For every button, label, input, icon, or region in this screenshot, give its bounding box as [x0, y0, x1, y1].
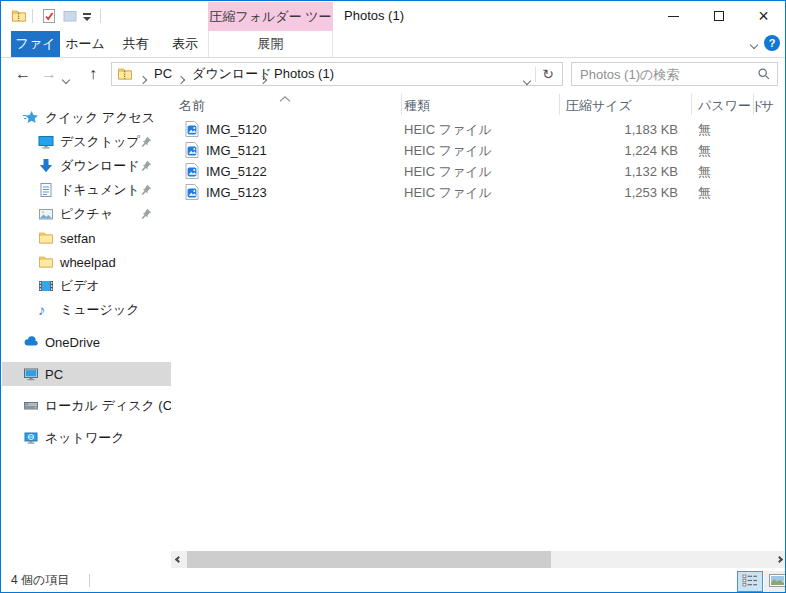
zip-folder-icon	[117, 66, 133, 82]
heic-file-icon	[185, 142, 199, 158]
column-divider[interactable]	[559, 94, 560, 115]
scroll-left-button[interactable]	[171, 551, 186, 568]
forward-arrow-icon	[41, 65, 57, 83]
sidebar-item-documents[interactable]: ドキュメント	[2, 178, 171, 202]
horizontal-scrollbar[interactable]	[171, 551, 786, 568]
breadcrumb-segment-pc[interactable]: PC	[154, 63, 172, 85]
file-type: HEIC ファイル	[404, 119, 492, 140]
sidebar-item-label: PC	[45, 367, 63, 382]
toolbar-separator	[32, 9, 33, 23]
address-bar[interactable]: PC ダウンロード Photos (1)	[111, 62, 563, 86]
pin-icon	[140, 208, 152, 220]
file-compressed-size: 1,183 KB	[556, 119, 678, 140]
column-header-password[interactable]: パスワード	[698, 97, 764, 115]
scrollbar-thumb[interactable]	[187, 551, 551, 568]
file-password: 無	[698, 182, 711, 203]
scroll-right-button[interactable]	[772, 551, 786, 568]
column-divider[interactable]	[691, 94, 692, 115]
help-button[interactable]	[764, 35, 780, 51]
toolbar-separator	[100, 9, 101, 23]
videos-film-icon	[38, 278, 54, 294]
sidebar-item-music[interactable]: ミュージック	[2, 298, 171, 322]
column-header-type[interactable]: 種類	[404, 97, 430, 115]
folder-icon	[38, 230, 54, 246]
sidebar-item-label: ネットワーク	[45, 429, 125, 447]
file-compressed-size: 1,224 KB	[556, 140, 678, 161]
sidebar-item-onedrive[interactable]: OneDrive	[2, 330, 171, 354]
address-dropdown-button[interactable]	[524, 72, 530, 87]
minimize-ribbon-button[interactable]	[745, 37, 763, 53]
column-divider[interactable]	[753, 94, 754, 115]
sidebar-item-local-disk-c[interactable]: ローカル ディスク (C:)	[2, 394, 171, 418]
close-button[interactable]	[741, 2, 786, 30]
breadcrumb-chevron-icon[interactable]	[140, 71, 146, 86]
tab-home[interactable]: ホーム	[60, 31, 110, 57]
up-button[interactable]	[82, 63, 104, 85]
sidebar-item-pc[interactable]: PC	[2, 362, 171, 386]
sidebar-item-pictures[interactable]: ピクチャ	[2, 202, 171, 226]
breadcrumb-segment-current[interactable]: Photos (1)	[274, 63, 334, 85]
tab-file[interactable]: ファイル	[11, 31, 60, 57]
title-bar: 圧縮フォルダー ツール Photos (1)	[1, 1, 785, 31]
pin-icon	[140, 184, 152, 196]
onedrive-cloud-icon	[23, 334, 39, 350]
tab-extract-contextual[interactable]: 展開	[208, 31, 333, 57]
pin-icon	[140, 136, 152, 148]
back-arrow-icon	[15, 65, 31, 83]
breadcrumb-chevron-icon[interactable]	[178, 71, 184, 86]
sidebar-item-desktop[interactable]: デスクトップ	[2, 130, 171, 154]
refresh-button[interactable]	[538, 63, 558, 85]
sidebar-item-setfan[interactable]: setfan	[2, 226, 171, 250]
tab-share[interactable]: 共有	[111, 31, 160, 57]
ribbon-tab-row: ファイル ホーム 共有 表示 展開	[1, 31, 785, 58]
pc-monitor-icon	[23, 366, 39, 382]
file-row[interactable]: IMG_5121 HEIC ファイル 1,224 KB 無	[171, 140, 786, 161]
sidebar-item-videos[interactable]: ビデオ	[2, 274, 171, 298]
sidebar-item-wheelpad[interactable]: wheelpad	[2, 250, 171, 274]
recent-locations-dropdown[interactable]	[63, 71, 69, 86]
column-divider[interactable]	[401, 94, 402, 115]
heic-file-icon	[185, 121, 199, 137]
column-header-name[interactable]: 名前	[179, 97, 205, 115]
sidebar-item-label: OneDrive	[45, 335, 100, 350]
quick-access-star-icon	[23, 110, 39, 126]
breadcrumb-chevron-icon[interactable]	[260, 71, 266, 86]
search-box[interactable]	[571, 62, 778, 86]
zip-folder-icon	[11, 8, 27, 24]
sidebar-item-downloads[interactable]: ダウンロード	[2, 154, 171, 178]
contextual-tab-header: 圧縮フォルダー ツール	[208, 2, 333, 31]
file-row[interactable]: IMG_5120 HEIC ファイル 1,183 KB 無	[171, 119, 786, 140]
file-row[interactable]: IMG_5123 HEIC ファイル 1,253 KB 無	[171, 182, 786, 203]
file-name: IMG_5123	[206, 182, 267, 203]
maximize-button[interactable]	[696, 2, 741, 30]
pin-icon	[140, 160, 152, 172]
column-header-compressed-size[interactable]: 圧縮サイズ	[566, 97, 632, 115]
forward-button-disabled[interactable]	[38, 63, 60, 85]
minimize-button[interactable]	[651, 2, 696, 30]
large-icons-view-button[interactable]	[764, 571, 786, 592]
chevron-left-icon	[175, 556, 182, 563]
file-type: HEIC ファイル	[404, 140, 492, 161]
search-input[interactable]	[572, 63, 752, 85]
file-password: 無	[698, 161, 711, 182]
new-folder-button-disabled[interactable]	[62, 8, 78, 24]
sidebar-item-network[interactable]: ネットワーク	[2, 426, 171, 450]
back-button[interactable]	[12, 63, 34, 85]
local-disk-drive-icon	[23, 398, 39, 414]
tab-view[interactable]: 表示	[161, 31, 209, 57]
file-type: HEIC ファイル	[404, 161, 492, 182]
sidebar-item-label: wheelpad	[60, 255, 116, 270]
sidebar-item-label: ドキュメント	[60, 181, 140, 199]
search-icon[interactable]	[757, 67, 771, 81]
close-icon	[758, 7, 769, 25]
file-row[interactable]: IMG_5122 HEIC ファイル 1,132 KB 無	[171, 161, 786, 182]
sidebar-item-quick-access[interactable]: クイック アクセス	[2, 106, 171, 130]
column-header-truncated[interactable]: サ	[761, 97, 774, 115]
address-separator	[535, 67, 536, 82]
minimize-icon	[668, 16, 679, 17]
customize-quick-access-toolbar-dropdown[interactable]	[82, 13, 93, 21]
sidebar-item-label: ローカル ディスク (C:)	[45, 397, 171, 415]
details-view-button[interactable]	[737, 571, 763, 592]
sort-ascending-icon	[279, 90, 291, 105]
properties-button[interactable]	[41, 8, 57, 24]
